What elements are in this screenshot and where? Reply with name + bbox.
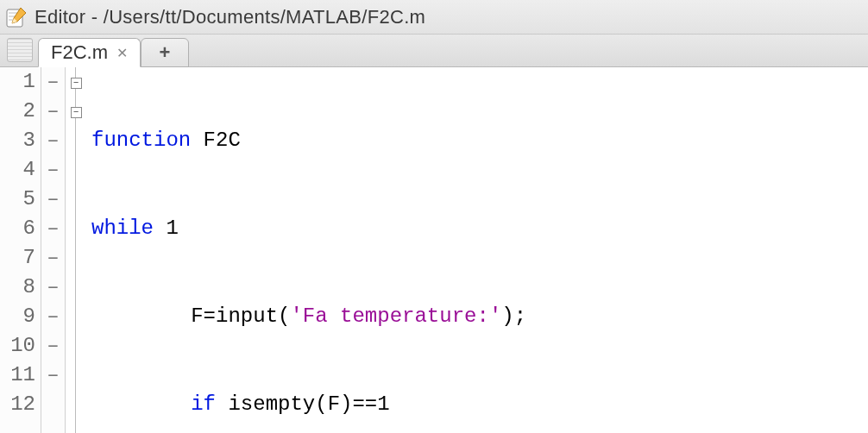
code-line[interactable]: function F2C — [91, 126, 868, 155]
fold-gutter[interactable]: – – — [66, 67, 86, 433]
window-title: Editor - /Users/tt/Documents/MATLAB/F2C.… — [35, 6, 425, 28]
line-number-gutter: 1 2 3 4 5 6 7 8 9 10 11 12 — [0, 67, 41, 433]
bp-marker[interactable]: – — [41, 302, 65, 331]
bp-marker[interactable]: – — [41, 97, 65, 126]
code-line[interactable]: F=input('Fa temperature:'); — [91, 302, 868, 331]
bp-marker[interactable]: – — [41, 331, 65, 361]
tab-f2c[interactable]: F2C.m ✕ — [38, 38, 141, 67]
tab-drag-handle[interactable] — [7, 38, 33, 62]
bp-marker[interactable]: – — [41, 155, 65, 185]
bp-marker[interactable]: – — [41, 185, 65, 214]
bp-marker[interactable]: – — [41, 361, 65, 390]
code-area[interactable]: function F2C while 1 F=input('Fa tempera… — [86, 67, 868, 433]
close-icon[interactable]: ✕ — [116, 45, 128, 61]
line-number: 2 — [0, 97, 35, 126]
bp-marker[interactable]: – — [41, 273, 65, 302]
line-number: 5 — [0, 185, 35, 214]
line-number: 12 — [0, 390, 35, 419]
plus-icon: + — [160, 41, 171, 64]
title-bar: Editor - /Users/tt/Documents/MATLAB/F2C.… — [0, 0, 868, 35]
fold-toggle-icon[interactable]: – — [71, 107, 82, 118]
line-number: 11 — [0, 361, 35, 390]
line-number: 9 — [0, 302, 35, 331]
bp-marker[interactable]: – — [41, 243, 65, 273]
code-line[interactable]: while 1 — [91, 214, 868, 243]
breakpoint-gutter[interactable]: – – – – – – – – – – – — [41, 67, 66, 433]
line-number: 3 — [0, 126, 35, 155]
line-number: 4 — [0, 155, 35, 185]
bp-marker[interactable]: – — [41, 67, 65, 97]
add-tab-button[interactable]: + — [141, 38, 189, 67]
line-number: 8 — [0, 273, 35, 302]
editor-app-icon — [5, 6, 28, 28]
editor-area[interactable]: 1 2 3 4 5 6 7 8 9 10 11 12 – – – – – – –… — [0, 67, 868, 433]
line-number: 6 — [0, 214, 35, 243]
tab-strip: F2C.m ✕ + — [0, 35, 868, 67]
bp-marker[interactable]: – — [41, 214, 65, 243]
bp-marker[interactable]: – — [41, 126, 65, 155]
line-number: 7 — [0, 243, 35, 273]
line-number: 1 — [0, 67, 35, 97]
code-line[interactable]: if isempty(F)==1 — [91, 390, 868, 419]
line-number: 10 — [0, 331, 35, 361]
fold-toggle-icon[interactable]: – — [71, 78, 82, 89]
tab-label: F2C.m — [51, 41, 108, 64]
